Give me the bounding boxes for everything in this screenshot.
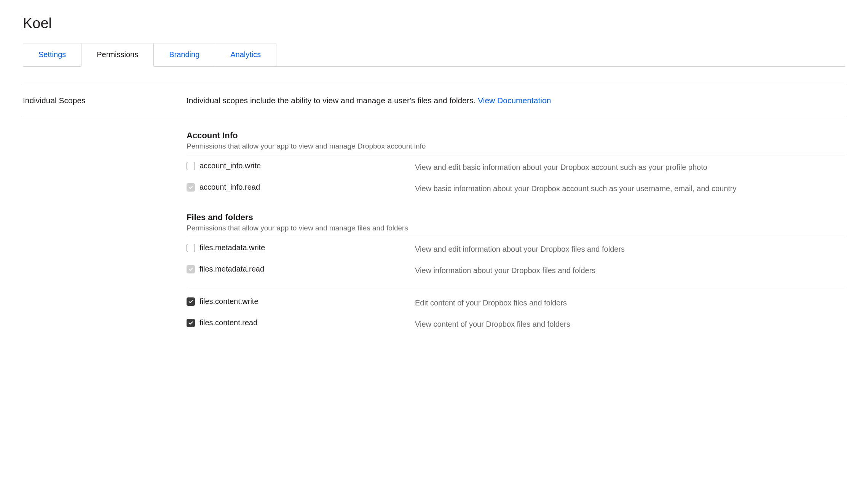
permission-row-files-metadata-read: files.metadata.read View information abo… xyxy=(187,259,845,280)
permission-desc: View and edit basic information about yo… xyxy=(415,161,845,173)
permission-row-account-info-write: account_info.write View and edit basic i… xyxy=(187,155,845,177)
group-title-account-info: Account Info xyxy=(187,131,845,141)
checkbox-files-content-write[interactable] xyxy=(187,297,195,306)
check-icon xyxy=(188,185,193,190)
permission-desc: View basic information about your Dropbo… xyxy=(415,183,845,194)
checkbox-account-info-write[interactable] xyxy=(187,162,195,170)
check-icon xyxy=(188,320,193,326)
tab-bar: Settings Permissions Branding Analytics xyxy=(23,43,845,67)
tab-permissions[interactable]: Permissions xyxy=(81,43,154,67)
permission-name: files.content.write xyxy=(199,297,258,306)
permission-name: account_info.read xyxy=(199,183,260,192)
permission-desc: View content of your Dropbox files and f… xyxy=(415,318,845,330)
permission-name: files.metadata.read xyxy=(199,265,264,273)
permission-name: files.metadata.write xyxy=(199,243,265,252)
check-icon xyxy=(188,299,193,304)
permission-desc: View and edit information about your Dro… xyxy=(415,243,845,255)
checkbox-files-metadata-read xyxy=(187,265,195,273)
individual-scopes-description: Individual scopes include the ability to… xyxy=(187,96,551,105)
view-documentation-link[interactable]: View Documentation xyxy=(478,96,551,105)
checkbox-account-info-read xyxy=(187,183,195,192)
tab-analytics[interactable]: Analytics xyxy=(215,43,276,66)
group-desc-files-folders: Permissions that allow your app to view … xyxy=(187,224,845,237)
checkbox-files-metadata-write[interactable] xyxy=(187,244,195,252)
tab-settings[interactable]: Settings xyxy=(23,43,81,66)
individual-scopes-header: Individual Scopes Individual scopes incl… xyxy=(23,85,845,116)
permission-row-files-content-write: files.content.write Edit content of your… xyxy=(187,291,845,312)
tab-branding[interactable]: Branding xyxy=(153,43,215,66)
permission-group-files-folders: Files and folders Permissions that allow… xyxy=(187,213,845,334)
page-title: Koel xyxy=(23,15,845,32)
permission-name: account_info.write xyxy=(199,161,261,170)
check-icon xyxy=(188,267,193,272)
permission-group-account-info: Account Info Permissions that allow your… xyxy=(187,131,845,198)
permission-row-account-info-read: account_info.read View basic information… xyxy=(187,177,845,198)
group-title-files-folders: Files and folders xyxy=(187,213,845,222)
group-desc-account-info: Permissions that allow your app to view … xyxy=(187,142,845,155)
permission-name: files.content.read xyxy=(199,318,257,327)
individual-scopes-text: Individual scopes include the ability to… xyxy=(187,96,478,105)
permission-row-files-content-read: files.content.read View content of your … xyxy=(187,312,845,334)
permission-row-files-metadata-write: files.metadata.write View and edit infor… xyxy=(187,237,845,259)
permission-desc: Edit content of your Dropbox files and f… xyxy=(415,297,845,308)
individual-scopes-label: Individual Scopes xyxy=(23,96,187,105)
permission-desc: View information about your Dropbox file… xyxy=(415,265,845,276)
checkbox-files-content-read[interactable] xyxy=(187,319,195,327)
